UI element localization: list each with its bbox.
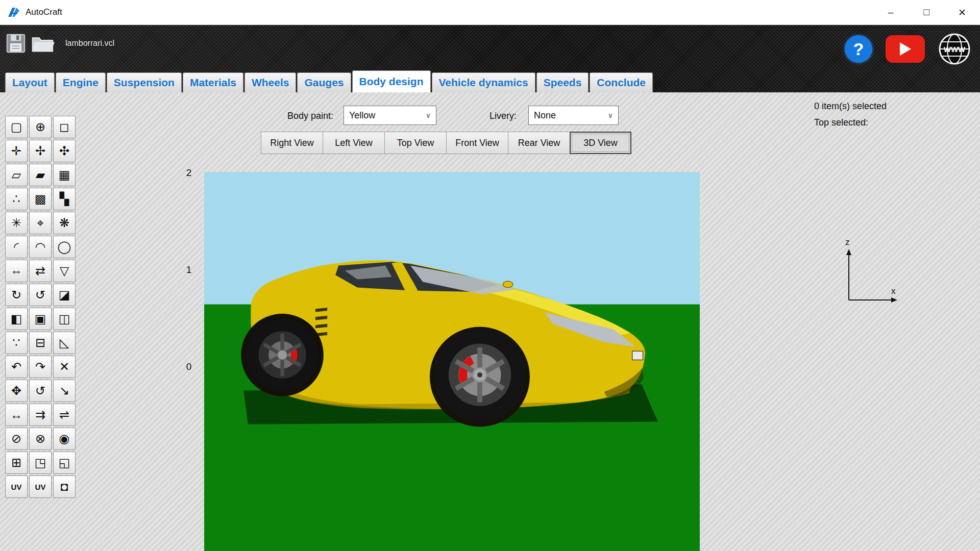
move-layer-tool-icon[interactable]: ◱ — [53, 452, 76, 474]
selection-box-glyph: ◻ — [59, 120, 69, 134]
view-button-rear-view[interactable]: Rear View — [508, 132, 570, 154]
scatter-glyph: ❋ — [59, 216, 69, 230]
path-points-tool-icon[interactable]: ∴ — [5, 188, 28, 210]
axis-indicator: z x — [827, 235, 919, 311]
view-button-left-view[interactable]: Left View — [323, 132, 384, 154]
redo-glyph: ↷ — [35, 360, 45, 374]
compress-width-tool-icon[interactable]: ⇄ — [29, 260, 52, 282]
tab-gauges[interactable]: Gauges — [297, 72, 351, 92]
minimize-button[interactable]: – — [873, 0, 909, 24]
block-split-tool-icon[interactable]: ▚ — [53, 188, 76, 210]
snap-points-glyph: ✳ — [11, 216, 21, 230]
extrude-tool-glyph: ⇉ — [35, 408, 45, 422]
tab-conclude[interactable]: Conclude — [590, 72, 653, 92]
rotate-mesh-tool-icon[interactable]: ↻ — [5, 284, 28, 306]
ellipse-tool-tool-icon[interactable]: ◯ — [53, 236, 76, 258]
grid-fill-glyph: ▩ — [35, 192, 46, 206]
show-object-tool-icon[interactable]: ◉ — [53, 428, 76, 450]
node-drop-tool-icon[interactable]: ∵ — [5, 332, 28, 354]
copy-layer-tool-icon[interactable]: ◳ — [29, 452, 52, 474]
tab-suspension[interactable]: Suspension — [107, 72, 182, 92]
delete-glyph: ✕ — [59, 360, 69, 374]
tab-wheels[interactable]: Wheels — [244, 72, 297, 92]
close-button[interactable]: ✕ — [944, 0, 980, 24]
ramp-tool-tool-icon[interactable]: ◺ — [53, 332, 76, 354]
mirror-tool-tool-icon[interactable]: ⇌ — [53, 404, 76, 426]
scatter-tool-icon[interactable]: ❋ — [53, 212, 76, 234]
curve-low-tool-icon[interactable]: ◜ — [5, 236, 28, 258]
render-photo-tool-icon[interactable]: ◘ — [53, 475, 76, 498]
tab-engine[interactable]: Engine — [56, 72, 106, 92]
cube-tool-tool-icon[interactable]: ▣ — [29, 308, 52, 330]
tab-vehicle-dynamics[interactable]: Vehicle dynamics — [432, 72, 535, 92]
curve-arc-tool-icon[interactable]: ◠ — [29, 236, 52, 258]
align-center-glyph: ⌖ — [37, 216, 44, 230]
selection-count: 0 item(s) selected — [814, 101, 887, 112]
maximize-button[interactable]: □ — [909, 0, 944, 24]
grid-fill-tool-icon[interactable]: ▩ — [29, 188, 52, 210]
lattice-tool-glyph: ▦ — [59, 168, 70, 182]
save-icon[interactable] — [5, 33, 27, 54]
flip-vertical-tool-icon[interactable]: ▽ — [53, 260, 76, 282]
stretch-width-tool-icon[interactable]: ⇔ — [5, 260, 28, 282]
stretch-width-glyph: ⇔ — [10, 264, 22, 278]
extrude-tool-tool-icon[interactable]: ⇉ — [29, 404, 52, 426]
help-icon[interactable]: ? — [845, 35, 872, 63]
volume-box-tool-icon[interactable]: ⊟ — [29, 332, 52, 354]
curve-arc-glyph: ◠ — [35, 240, 46, 254]
tab-bar: LayoutEngineSuspensionMaterialsWheelsGau… — [0, 70, 980, 92]
web-globe-icon[interactable]: WWW — [938, 33, 971, 65]
tab-body-design[interactable]: Body design — [352, 70, 431, 92]
show-object-glyph: ◉ — [59, 432, 70, 446]
delete-tool-icon[interactable]: ✕ — [53, 356, 76, 378]
move-vertex-tool-icon[interactable]: ✣ — [53, 140, 76, 162]
redo-tool-icon[interactable]: ↷ — [29, 356, 52, 378]
move-layer-glyph: ◱ — [59, 456, 70, 470]
add-points-tool-icon[interactable]: ✢ — [29, 140, 52, 162]
panel-tool-tool-icon[interactable]: ◫ — [53, 308, 76, 330]
web-label: WWW — [944, 45, 966, 54]
new-file-tool-icon[interactable]: ▢ — [5, 116, 28, 138]
add-car-tool-icon[interactable]: ⊕ — [29, 116, 52, 138]
merge-layer-tool-icon[interactable]: ⊞ — [5, 452, 28, 474]
move-tool-tool-icon[interactable]: ✥ — [5, 380, 28, 402]
new-file-glyph: ▢ — [11, 120, 22, 134]
add-point-tool-icon[interactable]: ✛ — [5, 140, 28, 162]
livery-select[interactable]: None ∨ — [528, 106, 619, 125]
view-button-front-view[interactable]: Front View — [446, 132, 508, 154]
open-folder-icon[interactable] — [31, 33, 55, 54]
hide-group-tool-icon[interactable]: ⊗ — [29, 428, 52, 450]
open-filename: lamborrari.vcl — [65, 39, 114, 48]
merge-layer-glyph: ⊞ — [11, 456, 21, 470]
hide-object-tool-icon[interactable]: ⊘ — [5, 428, 28, 450]
tab-layout[interactable]: Layout — [5, 72, 55, 92]
window-controls: – □ ✕ — [873, 0, 980, 24]
view-button-3d-view[interactable]: 3D View — [570, 132, 631, 154]
scale-tool-tool-icon[interactable]: ↘ — [53, 380, 76, 402]
view-button-right-view[interactable]: Right View — [261, 132, 323, 154]
width-tool-tool-icon[interactable]: ↔ — [5, 404, 28, 426]
viewport-3d[interactable] — [204, 172, 700, 551]
body-paint-value: Yellow — [349, 110, 375, 121]
ruler-label-0: 0 — [181, 361, 197, 372]
undo-glyph: ↶ — [11, 360, 21, 374]
plane-tool-tool-icon[interactable]: ◧ — [5, 308, 28, 330]
tab-materials[interactable]: Materials — [183, 72, 243, 92]
view-button-top-view[interactable]: Top View — [384, 132, 446, 154]
tab-speeds[interactable]: Speeds — [536, 72, 589, 92]
sculpt-face-tool-icon[interactable]: ◪ — [53, 284, 76, 306]
undo-tool-icon[interactable]: ↶ — [5, 356, 28, 378]
uv-vehicle-tool-icon[interactable]: UV — [29, 475, 52, 498]
selection-box-tool-icon[interactable]: ◻ — [53, 116, 76, 138]
lattice-tool-tool-icon[interactable]: ▦ — [53, 164, 76, 186]
youtube-icon[interactable] — [886, 35, 925, 63]
align-center-tool-icon[interactable]: ⌖ — [29, 212, 52, 234]
rotate-tool-tool-icon[interactable]: ↺ — [29, 380, 52, 402]
shear-tool-tool-icon[interactable]: ▰ — [29, 164, 52, 186]
uv-edit-tool-icon[interactable]: UV — [5, 475, 28, 498]
add-point-glyph: ✛ — [11, 144, 21, 158]
spin-mesh-tool-icon[interactable]: ↺ — [29, 284, 52, 306]
snap-points-tool-icon[interactable]: ✳ — [5, 212, 28, 234]
body-paint-select[interactable]: Yellow ∨ — [344, 106, 436, 125]
skew-tool-tool-icon[interactable]: ▱ — [5, 164, 28, 186]
